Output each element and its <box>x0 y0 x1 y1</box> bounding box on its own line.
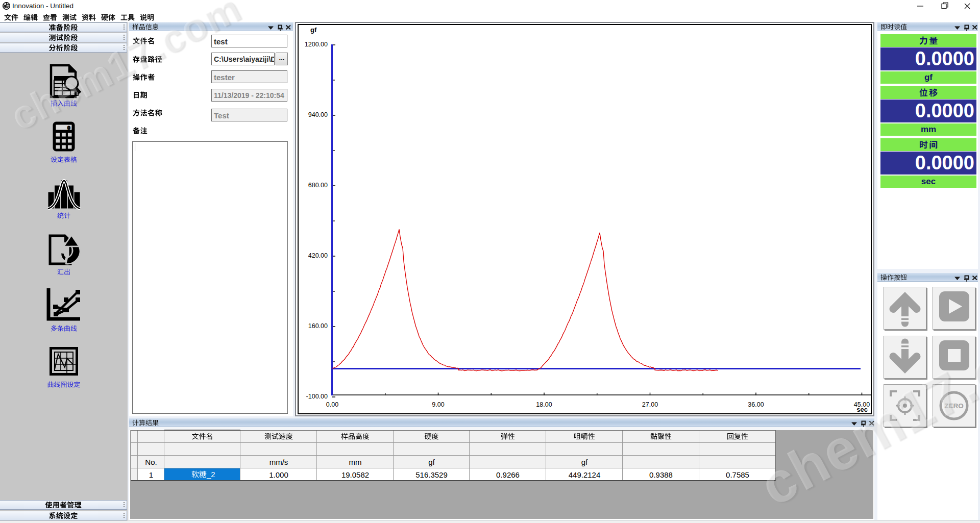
svg-text:ZERO: ZERO <box>944 402 964 410</box>
